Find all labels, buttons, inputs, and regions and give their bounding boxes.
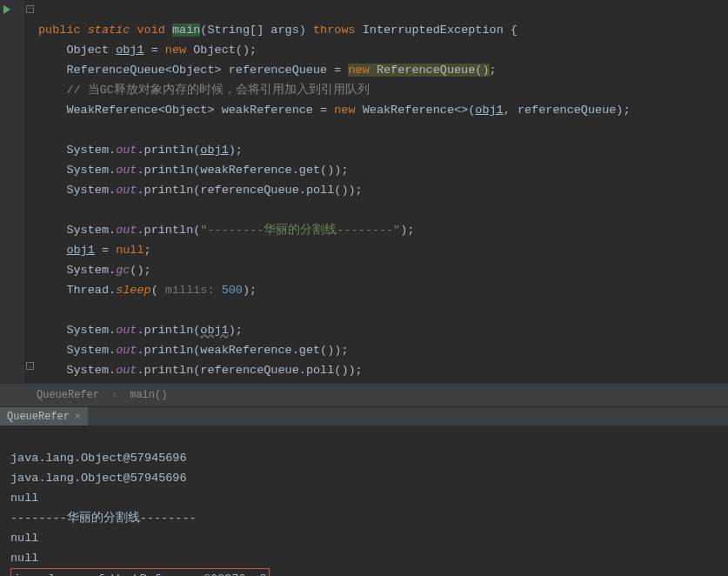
code-line: ReferenceQueue<Object> referenceQueue = … bbox=[38, 64, 497, 77]
code-line: System.out.println("--------华丽的分割线------… bbox=[38, 224, 414, 237]
code-line: Thread.sleep( millis: 500); bbox=[38, 284, 257, 297]
code-line: obj1 = null; bbox=[38, 244, 151, 257]
console-line: null bbox=[10, 532, 38, 545]
console-line-highlighted: java.lang.ref.WeakReference@68376cc3 bbox=[10, 568, 270, 576]
console-line: java.lang.Object@57945696 bbox=[10, 452, 187, 465]
console-line: --------华丽的分割线-------- bbox=[10, 512, 197, 525]
code-line bbox=[38, 124, 45, 137]
run-gutter-icon[interactable] bbox=[3, 5, 10, 14]
fold-collapse-icon[interactable]: − bbox=[26, 5, 34, 13]
code-line: System.out.println(weakReference.get()); bbox=[38, 344, 349, 357]
code-line: System.out.println(referenceQueue.poll()… bbox=[38, 364, 363, 377]
code-line: System.gc(); bbox=[38, 264, 151, 277]
console-line: null bbox=[10, 552, 38, 565]
chevron-right-icon: › bbox=[111, 389, 117, 401]
console-tab-label: QueueRefer bbox=[7, 411, 70, 423]
code-editor[interactable]: − ⌟ public static void main(String[] arg… bbox=[0, 0, 728, 383]
console-tab-bar: QueueRefer × bbox=[0, 406, 728, 425]
console-line: java.lang.Object@57945696 bbox=[10, 472, 187, 485]
code-line: public static void main(String[] args) t… bbox=[38, 23, 518, 37]
code-line: System.out.println(obj1); bbox=[38, 144, 243, 157]
code-line: WeakReference<Object> weakReference = ne… bbox=[38, 104, 631, 117]
code-line: System.out.println(referenceQueue.poll()… bbox=[38, 184, 363, 197]
breadcrumb: QueueRefer › main() bbox=[0, 383, 728, 406]
console-output[interactable]: java.lang.Object@57945696 java.lang.Obje… bbox=[0, 425, 728, 576]
breadcrumb-method[interactable]: main() bbox=[130, 389, 167, 401]
editor-gutter bbox=[0, 0, 24, 383]
code-line bbox=[38, 204, 45, 217]
code-line: // 当GC释放对象内存的时候，会将引用加入到引用队列 bbox=[38, 84, 370, 97]
console-tab-queuerefer[interactable]: QueueRefer × bbox=[0, 407, 88, 425]
fold-end-icon[interactable]: ⌟ bbox=[26, 362, 34, 370]
code-line: System.out.println(weakReference.get()); bbox=[38, 164, 349, 177]
code-line: Object obj1 = new Object(); bbox=[38, 44, 257, 57]
code-content[interactable]: public static void main(String[] args) t… bbox=[38, 0, 631, 383]
breadcrumb-class[interactable]: QueueRefer bbox=[37, 389, 99, 401]
close-icon[interactable]: × bbox=[75, 412, 81, 422]
code-line bbox=[38, 304, 45, 317]
code-line: System.out.println(obj1); bbox=[38, 324, 243, 337]
console-line: null bbox=[10, 492, 38, 505]
